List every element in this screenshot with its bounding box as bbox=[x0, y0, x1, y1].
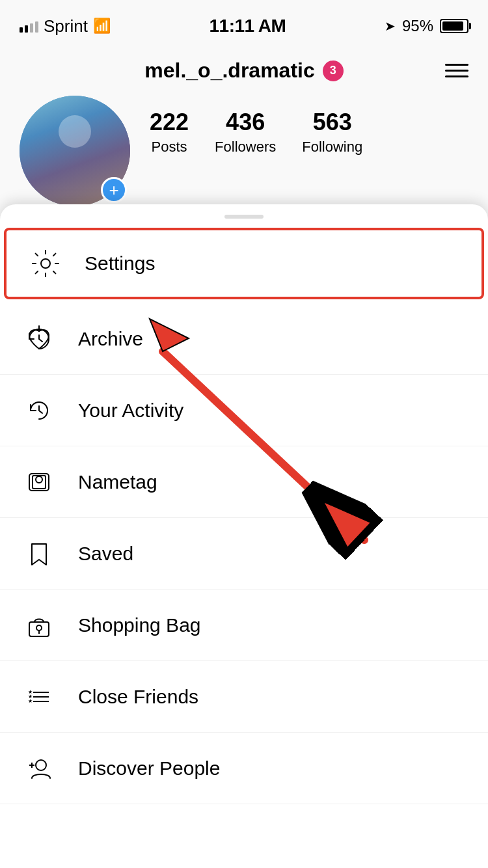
activity-icon bbox=[20, 391, 59, 430]
close-friends-label: Close Friends bbox=[78, 686, 198, 708]
svg-point-2 bbox=[36, 476, 42, 483]
archive-icon bbox=[20, 319, 59, 359]
nametag-menu-item[interactable]: Nametag bbox=[0, 446, 488, 518]
status-bar: Sprint 📶 11:11 AM ➤ 95% bbox=[0, 0, 488, 52]
svg-point-6 bbox=[36, 625, 42, 631]
username: mel._o_.dramatic bbox=[144, 59, 314, 83]
nametag-icon bbox=[20, 463, 59, 502]
gear-icon bbox=[26, 244, 65, 283]
saved-menu-item[interactable]: Saved bbox=[0, 518, 488, 590]
discover-icon bbox=[20, 749, 59, 788]
location-icon: ➤ bbox=[385, 18, 396, 34]
following-label: Following bbox=[302, 139, 362, 156]
status-left: Sprint 📶 bbox=[20, 16, 111, 36]
shopping-bag-label: Shopping Bag bbox=[78, 614, 201, 636]
shopping-bag-menu-item[interactable]: Shopping Bag bbox=[0, 590, 488, 661]
battery-percent: 95% bbox=[402, 17, 433, 35]
discover-people-menu-item[interactable]: Discover People bbox=[0, 733, 488, 804]
profile-top: mel._o_.dramatic 3 bbox=[20, 59, 468, 96]
your-activity-label: Your Activity bbox=[78, 400, 183, 422]
svg-text:★: ★ bbox=[28, 698, 33, 704]
saved-label: Saved bbox=[78, 543, 133, 565]
followers-count: 436 bbox=[226, 109, 265, 136]
battery-icon bbox=[440, 19, 468, 33]
avatar-container: + bbox=[20, 96, 130, 206]
archive-label: Archive bbox=[78, 328, 143, 350]
hamburger-menu[interactable] bbox=[445, 64, 468, 77]
time-display: 11:11 AM bbox=[209, 16, 286, 36]
settings-menu-item[interactable]: Settings bbox=[4, 228, 484, 299]
followers-label: Followers bbox=[215, 139, 276, 156]
posts-stat[interactable]: 222 Posts bbox=[150, 109, 189, 156]
status-right: ➤ 95% bbox=[385, 17, 468, 35]
posts-label: Posts bbox=[152, 139, 187, 156]
stats-container: 222 Posts 436 Followers 563 Following bbox=[150, 109, 362, 156]
signal-bars bbox=[20, 20, 38, 33]
sheet-handle bbox=[0, 204, 488, 224]
followers-stat[interactable]: 436 Followers bbox=[215, 109, 276, 156]
following-stat[interactable]: 563 Following bbox=[302, 109, 362, 156]
profile-header: mel._o_.dramatic 3 + 222 Posts 436 Follo… bbox=[0, 52, 488, 226]
following-count: 563 bbox=[313, 109, 352, 136]
your-activity-menu-item[interactable]: Your Activity bbox=[0, 375, 488, 446]
notification-badge[interactable]: 3 bbox=[323, 61, 344, 81]
carrier-name: Sprint bbox=[44, 16, 88, 36]
discover-people-label: Discover People bbox=[78, 757, 220, 780]
svg-point-0 bbox=[41, 259, 50, 268]
username-container: mel._o_.dramatic 3 bbox=[144, 59, 343, 83]
bottom-sheet: Settings Archive Your bbox=[0, 204, 488, 868]
close-friends-icon: ★ ★ ★ bbox=[20, 677, 59, 716]
handle-bar bbox=[224, 215, 264, 219]
wifi-icon: 📶 bbox=[93, 18, 111, 34]
posts-count: 222 bbox=[150, 109, 189, 136]
svg-rect-5 bbox=[29, 622, 49, 636]
svg-point-14 bbox=[36, 760, 46, 770]
bag-icon bbox=[20, 606, 59, 645]
nametag-label: Nametag bbox=[78, 471, 157, 493]
add-story-button[interactable]: + bbox=[101, 177, 127, 203]
close-friends-menu-item[interactable]: ★ ★ ★ Close Friends bbox=[0, 661, 488, 733]
saved-icon bbox=[20, 534, 59, 573]
archive-menu-item[interactable]: Archive bbox=[0, 303, 488, 375]
profile-info: + 222 Posts 436 Followers 563 Following bbox=[20, 96, 468, 206]
settings-label: Settings bbox=[85, 252, 155, 275]
